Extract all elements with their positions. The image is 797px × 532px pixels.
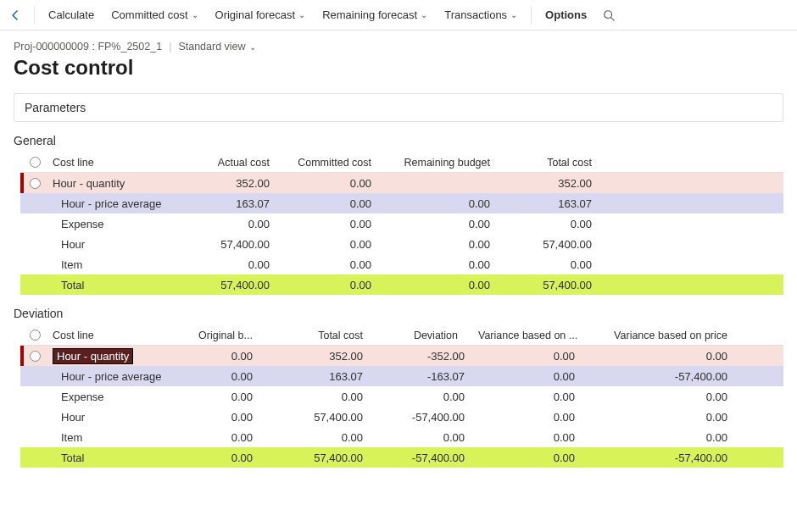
cell-committed-cost: 0.00 xyxy=(283,238,385,251)
cell-actual-cost: 0.00 xyxy=(181,258,283,271)
chevron-down-icon: ⌄ xyxy=(192,10,198,19)
col-header-committed-cost[interactable]: Committed cost xyxy=(283,157,385,169)
col-header-total-cost[interactable]: Total cost xyxy=(266,330,376,341)
cell-variance-price: 0.00 xyxy=(588,350,741,363)
cell-total-cost: 0.00 xyxy=(504,258,605,271)
cell-cost-line: Item xyxy=(46,258,181,271)
original-forecast-label: Original forecast xyxy=(215,8,296,21)
cell-cost-line: Expense xyxy=(46,391,181,403)
general-title: General xyxy=(14,132,783,152)
cell-actual-cost: 0.00 xyxy=(181,218,283,230)
committed-cost-label: Committed cost xyxy=(111,8,187,21)
cell-cost-line: Hour xyxy=(46,411,181,424)
deviation-grid: Cost line Original b... Total cost Devia… xyxy=(20,325,783,468)
search-icon xyxy=(603,9,615,21)
col-header-cost-line[interactable]: Cost line xyxy=(46,330,181,341)
cell-cost-line: Item xyxy=(46,431,181,444)
table-row[interactable]: Hour57,400.000.000.0057,400.00 xyxy=(20,234,783,254)
row-leftbar xyxy=(20,193,24,213)
cell-remaining-budget: 0.00 xyxy=(385,218,504,230)
original-forecast-menu[interactable]: Original forecast⌄ xyxy=(209,5,313,25)
table-row[interactable]: Hour - quantity352.000.00352.00 xyxy=(20,173,783,193)
parameters-header[interactable]: Parameters xyxy=(14,94,783,121)
table-row[interactable]: Total57,400.000.000.0057,400.00 xyxy=(20,274,783,295)
cell-total-cost: 352.00 xyxy=(504,177,605,190)
col-header-total-cost[interactable]: Total cost xyxy=(504,157,605,169)
row-radio[interactable] xyxy=(24,351,46,362)
cell-cost-line: Hour - price average xyxy=(46,197,181,210)
cell-committed-cost: 0.00 xyxy=(283,177,385,190)
cell-total-cost: 0.00 xyxy=(266,391,376,403)
select-all-radio[interactable] xyxy=(24,330,46,341)
col-header-actual-cost[interactable]: Actual cost xyxy=(181,157,283,169)
toolbar-divider xyxy=(531,6,532,25)
select-all-radio[interactable] xyxy=(24,157,46,168)
table-row[interactable]: Total0.0057,400.00-57,400.000.00-57,400.… xyxy=(20,447,783,468)
cell-actual-cost: 163.07 xyxy=(181,197,283,210)
row-leftbar xyxy=(20,386,24,407)
general-section: General Cost line Actual cost Committed … xyxy=(14,132,783,295)
table-row[interactable]: Expense0.000.000.000.00 xyxy=(20,213,783,234)
cell-deviation: 0.00 xyxy=(376,391,478,403)
col-header-cost-line[interactable]: Cost line xyxy=(46,157,181,169)
radio-icon xyxy=(30,178,41,189)
table-row[interactable]: Hour - quantity0.00352.00-352.000.000.00 xyxy=(20,346,783,366)
cell-original-budget: 0.00 xyxy=(181,391,266,403)
col-header-variance-quantity[interactable]: Variance based on ... xyxy=(478,330,588,341)
cell-original-budget: 0.00 xyxy=(181,452,266,464)
cell-deviation: -57,400.00 xyxy=(376,411,478,424)
cell-variance-price: -57,400.00 xyxy=(588,370,741,383)
cell-deviation: -57,400.00 xyxy=(376,452,478,464)
cell-variance-quantity: 0.00 xyxy=(478,431,588,444)
calculate-button[interactable]: Calculate xyxy=(42,5,101,25)
table-row[interactable]: Hour - price average163.070.000.00163.07 xyxy=(20,193,783,213)
cell-variance-price: 0.00 xyxy=(588,391,741,403)
cell-cost-line: Hour - quantity xyxy=(46,348,181,364)
svg-point-0 xyxy=(605,10,612,18)
cell-total-cost: 57,400.00 xyxy=(266,411,376,424)
radio-icon xyxy=(30,157,41,168)
cell-original-budget: 0.00 xyxy=(181,431,266,444)
cell-original-budget: 0.00 xyxy=(181,370,266,383)
row-leftbar xyxy=(20,213,24,234)
back-button[interactable] xyxy=(7,7,24,24)
cell-original-budget: 0.00 xyxy=(181,411,266,424)
cell-actual-cost: 352.00 xyxy=(181,177,283,190)
cell-cost-line: Total xyxy=(46,452,181,464)
row-radio[interactable] xyxy=(24,178,46,189)
col-header-original-budget[interactable]: Original b... xyxy=(181,330,266,341)
breadcrumb: Proj-000000009 : FP%_2502_1 | Standard v… xyxy=(14,41,783,53)
search-button[interactable] xyxy=(600,7,617,24)
deviation-grid-header: Cost line Original b... Total cost Devia… xyxy=(20,325,783,346)
table-row[interactable]: Hour0.0057,400.00-57,400.000.000.00 xyxy=(20,407,783,427)
cell-cost-line: Hour - quantity xyxy=(46,177,181,190)
table-row[interactable]: Expense0.000.000.000.000.00 xyxy=(20,386,783,407)
chevron-down-icon: ⌄ xyxy=(298,10,305,19)
cell-cost-line: Expense xyxy=(46,218,181,230)
table-row[interactable]: Hour - price average0.00163.07-163.070.0… xyxy=(20,366,783,386)
cell-variance-price: 0.00 xyxy=(588,411,741,424)
chevron-down-icon: ⌄ xyxy=(421,10,427,19)
col-header-remaining-budget[interactable]: Remaining budget xyxy=(385,157,504,169)
cell-cost-line: Hour xyxy=(46,238,181,251)
cell-original-budget: 0.00 xyxy=(181,350,266,363)
row-leftbar xyxy=(20,427,24,447)
cell-committed-cost: 0.00 xyxy=(283,279,385,291)
cell-deviation: -163.07 xyxy=(376,370,478,383)
standard-view-dropdown[interactable]: Standard view ⌄ xyxy=(178,41,255,53)
cell-variance-quantity: 0.00 xyxy=(478,350,588,363)
committed-cost-menu[interactable]: Committed cost⌄ xyxy=(104,5,204,25)
calculate-label: Calculate xyxy=(48,8,94,21)
page-title: Cost control xyxy=(14,56,783,80)
table-row[interactable]: Item0.000.000.000.000.00 xyxy=(20,427,783,447)
cell-remaining-budget: 0.00 xyxy=(385,238,504,251)
remaining-forecast-label: Remaining forecast xyxy=(322,8,417,21)
col-header-variance-price[interactable]: Variance based on price xyxy=(588,330,741,341)
col-header-deviation[interactable]: Deviation xyxy=(376,330,478,341)
table-row[interactable]: Item0.000.000.000.00 xyxy=(20,254,783,274)
cell-remaining-budget: 0.00 xyxy=(385,279,504,291)
options-menu[interactable]: Options xyxy=(538,5,594,25)
row-leftbar xyxy=(20,234,24,254)
transactions-menu[interactable]: Transactions⌄ xyxy=(438,5,524,25)
remaining-forecast-menu[interactable]: Remaining forecast⌄ xyxy=(315,5,434,25)
